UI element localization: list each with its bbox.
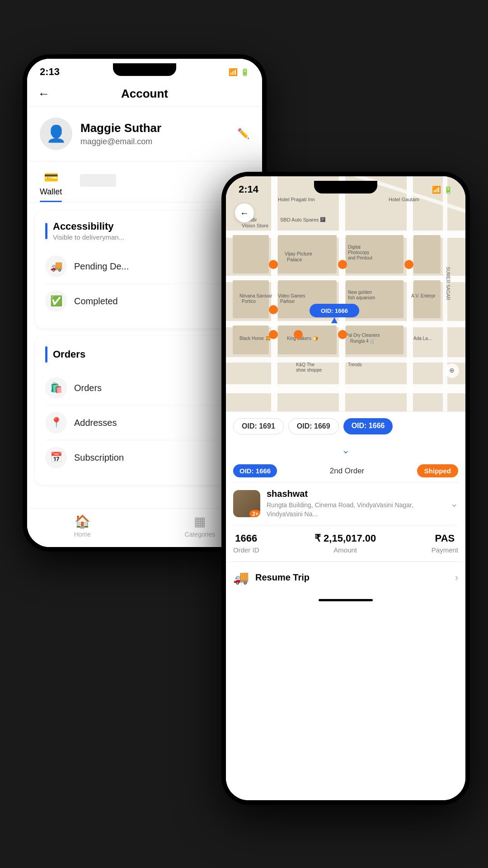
svg-text:Video Games: Video Games xyxy=(278,293,305,298)
svg-text:Rungta 4 🛒: Rungta 4 🛒 xyxy=(350,338,375,344)
customer-info: shashwat Rungta Building, Cinema Road, V… xyxy=(267,489,450,519)
status-icons-back: 📶 🔋 xyxy=(229,68,249,76)
svg-rect-14 xyxy=(413,235,441,274)
order-oid-badge: OID: 1666 xyxy=(233,464,277,477)
pending-deliveries-item[interactable]: 🚚 Pending De... xyxy=(45,249,244,284)
order-card-header: OID: 1666 2nd Order Shipped xyxy=(233,460,458,482)
status-time-back: 2:13 xyxy=(40,66,60,78)
svg-text:Parlour: Parlour xyxy=(280,299,295,304)
svg-text:New golden: New golden xyxy=(348,290,372,295)
wifi-icon-back: 📶 xyxy=(229,68,238,76)
order-customer-row: 2+ shashwat Rungta Building, Cinema Road… xyxy=(233,482,458,525)
svg-text:OID: 1666: OID: 1666 xyxy=(321,307,348,314)
items-count-badge: 2+ xyxy=(249,510,260,517)
notch-front xyxy=(314,181,377,193)
svg-text:Photocopy: Photocopy xyxy=(348,250,369,255)
resume-trip-text: Resume Trip xyxy=(255,572,310,583)
battery-icon-front: 🔋 xyxy=(444,185,453,194)
svg-point-50 xyxy=(404,260,413,269)
addresses-item[interactable]: 📍 Addresses xyxy=(45,406,244,440)
user-name: Maggie Suthar xyxy=(80,121,249,135)
home-nav-label: Home xyxy=(74,531,91,538)
home-indicator xyxy=(226,593,465,607)
user-profile-section: 👤 Maggie Suthar maggie@email.com ✏️ xyxy=(27,107,262,161)
order-tab-1691[interactable]: OID: 1691 xyxy=(233,418,284,434)
svg-text:A.V. Enterpr: A.V. Enterpr xyxy=(411,293,436,298)
order-amount-detail: ₹ 2,15,017.00 Amount xyxy=(314,533,376,554)
order-payment-label: Payment xyxy=(432,546,458,554)
svg-text:and Printout: and Printout xyxy=(348,255,372,260)
pending-label: Pending De... xyxy=(74,261,129,272)
account-header: ← Account xyxy=(27,81,262,107)
order-amount-value: ₹ 2,15,017.00 xyxy=(314,533,376,544)
subscription-item[interactable]: 📅 Subscription xyxy=(45,440,244,475)
order-amount-label: Amount xyxy=(314,546,376,554)
orders-header: Orders xyxy=(45,346,244,363)
chevron-down-section[interactable]: ⌄ xyxy=(226,441,465,460)
avatar-icon: 👤 xyxy=(46,124,66,143)
order-card: OID: 1666 2nd Order Shipped 2+ shashwat … xyxy=(226,460,465,561)
customer-avatar: 2+ xyxy=(233,490,260,517)
svg-text:Pal Dry Cleaners: Pal Dry Cleaners xyxy=(346,333,380,338)
home-nav-item[interactable]: 🏠 Home xyxy=(74,514,91,538)
wifi-icon-front: 📶 xyxy=(432,185,441,194)
account-title: Account xyxy=(121,87,168,101)
status-icons-front: 📶 🔋 xyxy=(432,185,453,194)
svg-rect-7 xyxy=(339,176,345,411)
accessibility-bar xyxy=(45,223,47,239)
map-area: Mandir Vision Store SBD Auto Spares 🅿 Ho… xyxy=(226,176,465,411)
svg-text:SBD Auto Spares 🅿: SBD Auto Spares 🅿 xyxy=(280,217,325,222)
tab-notifications[interactable] xyxy=(80,170,116,202)
svg-rect-11 xyxy=(233,235,269,274)
svg-rect-4 xyxy=(226,357,465,363)
svg-rect-18 xyxy=(413,280,441,318)
categories-nav-item[interactable]: ▦ Categories xyxy=(185,514,216,538)
user-info: Maggie Suthar maggie@email.com xyxy=(80,121,249,146)
svg-text:Black Horse 🍔: Black Horse 🍔 xyxy=(239,335,271,341)
status-time-front: 2:14 xyxy=(239,184,258,195)
svg-text:⊕: ⊕ xyxy=(449,367,455,374)
categories-nav-icon: ▦ xyxy=(194,514,206,529)
order-tab-1666[interactable]: OID: 1666 xyxy=(343,418,393,434)
addresses-icon: 📍 xyxy=(45,412,67,434)
completed-item[interactable]: ✅ Completed xyxy=(45,284,244,318)
svg-text:Ada La...: Ada La... xyxy=(413,336,432,341)
back-button[interactable]: ← xyxy=(38,87,50,101)
svg-text:Vijay Picture: Vijay Picture xyxy=(285,251,312,256)
order-tab-1669[interactable]: OID: 1669 xyxy=(288,418,339,434)
categories-nav-label: Categories xyxy=(185,531,216,538)
battery-icon-back: 🔋 xyxy=(240,68,249,76)
svg-text:fish aquarium: fish aquarium xyxy=(348,295,375,300)
chevron-right-icon: › xyxy=(455,572,458,584)
svg-text:SUMER SAGAR: SUMER SAGAR xyxy=(446,267,450,300)
order-status-badge: Shipped xyxy=(417,464,458,477)
orders-item[interactable]: 🛍️ Orders xyxy=(45,371,244,406)
map-back-button[interactable]: ← xyxy=(235,203,254,222)
accessibility-header: Accessibility Visible to deliveryman... xyxy=(45,221,244,241)
order-id-label: Order ID xyxy=(233,546,259,554)
accessibility-subtitle: Visible to deliveryman... xyxy=(53,233,124,241)
orders-title: Orders xyxy=(53,349,85,360)
svg-point-53 xyxy=(338,330,347,339)
wallet-tab-label: Wallet xyxy=(40,187,62,197)
resume-trip-button[interactable]: 🚚 Resume Trip › xyxy=(226,561,465,593)
svg-text:K&Q The: K&Q The xyxy=(296,362,314,367)
orders-bar xyxy=(45,346,47,363)
user-avatar: 👤 xyxy=(40,118,72,150)
svg-point-51 xyxy=(269,305,278,314)
subscription-label: Subscription xyxy=(74,453,124,463)
order-tabs-strip: OID: 1691 OID: 1669 OID: 1666 xyxy=(226,411,465,441)
expand-order-button[interactable]: ⌄ xyxy=(450,498,458,509)
user-email: maggie@email.com xyxy=(80,137,249,146)
completed-label: Completed xyxy=(74,296,118,307)
order-id-detail: 1666 Order ID xyxy=(233,533,259,554)
home-indicator-bar xyxy=(319,599,373,601)
tab-wallet[interactable]: 💳 Wallet xyxy=(40,170,62,202)
svg-point-48 xyxy=(338,260,347,269)
edit-profile-button[interactable]: ✏️ xyxy=(237,128,249,140)
home-nav-icon: 🏠 xyxy=(75,514,90,529)
svg-text:Palace: Palace xyxy=(287,257,302,262)
notifications-tab-placeholder xyxy=(80,174,116,187)
svg-text:Digital: Digital xyxy=(348,245,361,250)
accessibility-title: Accessibility xyxy=(53,221,124,232)
